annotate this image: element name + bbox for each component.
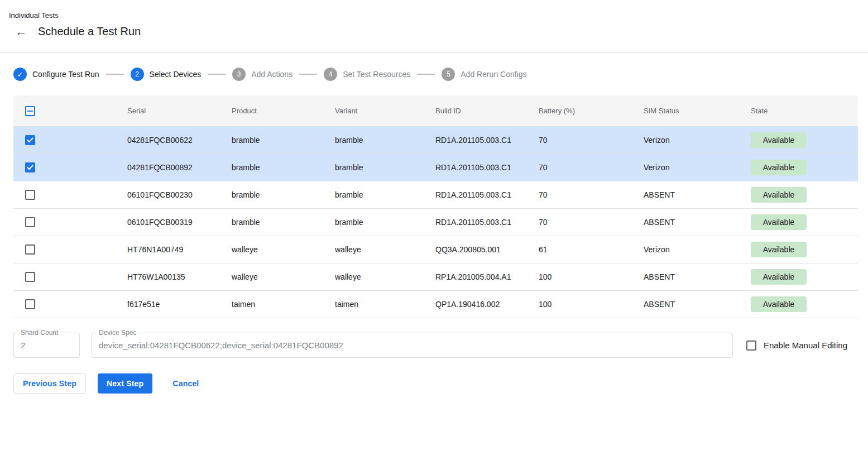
- enable-manual-editing-checkbox[interactable]: [746, 340, 756, 351]
- stepper-step[interactable]: 1 ✓ Configure Test Run: [13, 68, 99, 81]
- row-checkbox[interactable]: [25, 162, 35, 172]
- step-circle: 4 ✓: [324, 68, 337, 81]
- stepper: 1 ✓ Configure Test Run 2 ✓ Select Device…: [0, 53, 868, 95]
- cell-battery: 70: [539, 163, 644, 172]
- back-arrow-icon[interactable]: ←: [15, 26, 28, 38]
- cell-serial: HT76N1A00749: [127, 245, 232, 254]
- cell-sim-status: Verizon: [644, 245, 751, 254]
- cell-state: Available: [751, 242, 858, 257]
- select-all-checkbox[interactable]: [25, 106, 35, 116]
- cell-state: Available: [751, 214, 858, 230]
- cell-product: walleye: [232, 272, 335, 281]
- enable-manual-editing-toggle[interactable]: Enable Manual Editing: [746, 340, 847, 351]
- shard-count-label: Shard Count: [18, 329, 60, 337]
- select-all-cell: [13, 106, 127, 116]
- device-table: Serial Product Variant Build ID Battery …: [13, 95, 858, 318]
- step-connector: [417, 74, 435, 75]
- cell-serial: f617e51e: [127, 300, 232, 309]
- state-badge: Available: [751, 214, 807, 230]
- cell-build-id: RD1A.201105.003.C1: [435, 218, 539, 227]
- cell-build-id: RD1A.201105.003.C1: [435, 190, 539, 199]
- cell-sim-status: Verizon: [644, 163, 751, 172]
- next-step-button[interactable]: Next Step: [98, 373, 152, 394]
- step-label: Add Rerun Configs: [461, 70, 526, 79]
- device-row[interactable]: HT76N1A00749 walleye walleye QQ3A.200805…: [13, 236, 858, 263]
- previous-step-button[interactable]: Previous Step: [13, 373, 86, 394]
- device-row[interactable]: HT76W1A00135 walleye walleye RP1A.201005…: [13, 263, 858, 291]
- row-checkbox-cell: [13, 217, 127, 227]
- state-badge: Available: [751, 187, 807, 203]
- device-row[interactable]: f617e51e taimen taimen QP1A.190416.002 1…: [13, 291, 858, 318]
- cell-build-id: RP1A.201005.004.A1: [435, 272, 539, 281]
- step-label: Configure Test Run: [32, 70, 99, 79]
- cell-variant: walleye: [335, 272, 435, 281]
- step-number: 3: [237, 70, 241, 78]
- cell-serial: HT76W1A00135: [127, 272, 232, 281]
- cell-battery: 70: [539, 136, 644, 145]
- cell-battery: 70: [539, 218, 644, 227]
- row-checkbox-cell: [13, 244, 127, 255]
- table-header-row: Serial Product Variant Build ID Battery …: [13, 95, 858, 127]
- column-header-build-id: Build ID: [435, 107, 539, 115]
- action-bar: Previous Step Next Step Cancel: [13, 373, 868, 394]
- device-spec-label: Device Spec: [97, 329, 138, 337]
- cell-serial: 06101FQCB00230: [127, 190, 232, 199]
- cell-variant: bramble: [335, 163, 435, 172]
- row-checkbox[interactable]: [25, 244, 35, 255]
- state-badge: Available: [751, 132, 807, 148]
- enable-manual-editing-label: Enable Manual Editing: [764, 340, 847, 350]
- check-icon: ✓: [17, 70, 23, 79]
- row-checkbox[interactable]: [25, 299, 35, 309]
- row-checkbox-cell: [13, 190, 127, 200]
- row-checkbox-cell: [13, 272, 127, 282]
- state-badge: Available: [751, 269, 807, 285]
- cell-sim-status: ABSENT: [644, 300, 751, 309]
- step-connector: [208, 74, 226, 75]
- row-checkbox-cell: [13, 299, 127, 309]
- shard-count-field: Shard Count: [13, 333, 80, 358]
- column-header-serial: Serial: [127, 107, 232, 115]
- state-badge: Available: [751, 160, 807, 175]
- shard-count-input[interactable]: [21, 340, 73, 350]
- stepper-step[interactable]: 2 ✓ Select Devices: [131, 68, 202, 81]
- state-badge: Available: [751, 242, 807, 257]
- step-connector: [106, 74, 124, 75]
- column-header-product: Product: [232, 107, 335, 115]
- step-circle: 3 ✓: [232, 68, 246, 81]
- title-row: ← Schedule a Test Run: [9, 25, 855, 38]
- row-checkbox[interactable]: [25, 190, 35, 200]
- row-checkbox[interactable]: [25, 217, 35, 227]
- device-row[interactable]: 06101FQCB00230 bramble bramble RD1A.2011…: [13, 181, 858, 209]
- cell-build-id: RD1A.201105.003.C1: [435, 136, 539, 145]
- device-row[interactable]: 04281FQCB00622 bramble bramble RD1A.2011…: [13, 127, 858, 154]
- cell-variant: bramble: [335, 136, 435, 145]
- stepper-step[interactable]: 4 ✓ Set Test Resources: [324, 68, 410, 81]
- step-circle: 5 ✓: [442, 68, 455, 81]
- step-label: Add Actions: [251, 70, 292, 79]
- device-row[interactable]: 04281FQCB00892 bramble bramble RD1A.2011…: [13, 154, 858, 181]
- cell-battery: 100: [539, 272, 644, 281]
- row-checkbox[interactable]: [25, 272, 35, 282]
- column-header-battery: Battery (%): [539, 107, 644, 115]
- page-title: Schedule a Test Run: [38, 25, 141, 38]
- cell-product: bramble: [232, 136, 335, 145]
- cell-battery: 100: [539, 300, 644, 309]
- step-number: 5: [447, 70, 450, 78]
- cell-product: bramble: [232, 190, 335, 199]
- cell-product: walleye: [232, 245, 335, 254]
- column-header-variant: Variant: [335, 107, 435, 115]
- device-row[interactable]: 06101FQCB00319 bramble bramble RD1A.2011…: [13, 209, 858, 236]
- cell-sim-status: ABSENT: [644, 190, 751, 199]
- cell-sim-status: ABSENT: [644, 218, 751, 227]
- stepper-step[interactable]: 5 ✓ Add Rerun Configs: [442, 68, 526, 81]
- cell-serial: 04281FQCB00892: [127, 163, 232, 172]
- page-header: Individual Tests ← Schedule a Test Run: [0, 0, 868, 45]
- cancel-button[interactable]: Cancel: [164, 373, 208, 394]
- cell-state: Available: [751, 296, 858, 312]
- stepper-step[interactable]: 3 ✓ Add Actions: [232, 68, 292, 81]
- device-spec-input[interactable]: [99, 340, 726, 350]
- row-checkbox-cell: [13, 162, 127, 172]
- breadcrumb: Individual Tests: [9, 11, 855, 20]
- row-checkbox[interactable]: [25, 135, 35, 145]
- cell-serial: 06101FQCB00319: [127, 218, 232, 227]
